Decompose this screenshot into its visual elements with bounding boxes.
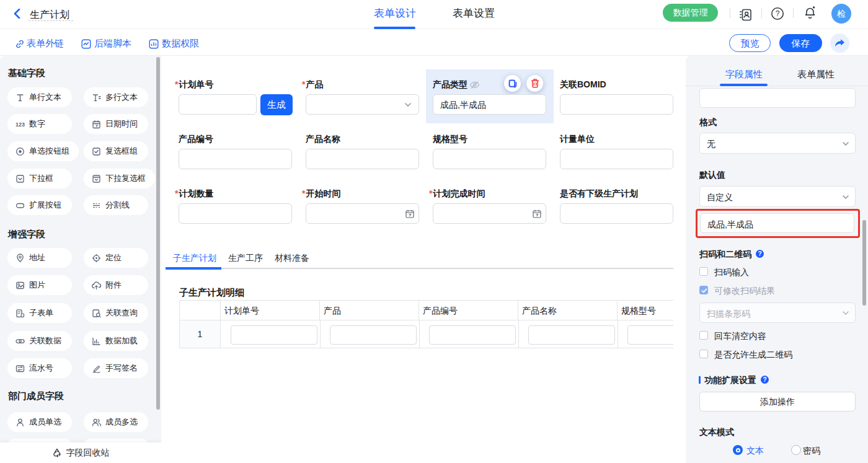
svg-text:123: 123 [16, 121, 25, 128]
svg-text:?: ? [776, 9, 780, 18]
